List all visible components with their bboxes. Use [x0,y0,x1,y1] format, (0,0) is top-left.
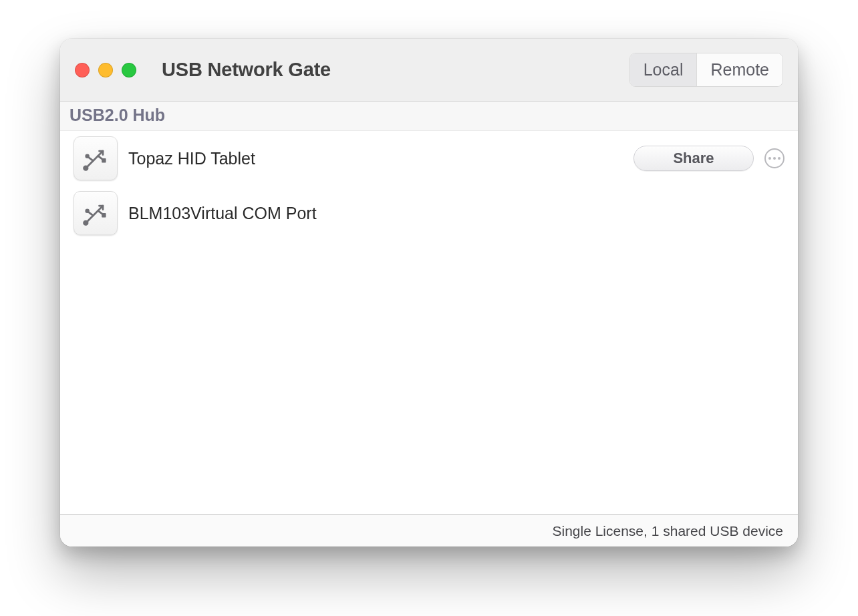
status-text: Single License, 1 shared USB device [552,523,783,539]
svg-rect-5 [102,213,106,217]
minimize-button[interactable] [98,63,113,78]
svg-point-0 [83,166,88,171]
svg-point-4 [85,209,89,213]
zoom-button[interactable] [122,63,136,78]
device-name: BLM103Virtual COM Port [128,204,317,223]
svg-point-1 [85,154,89,158]
share-button[interactable]: Share [633,146,754,171]
usb-icon [74,136,118,180]
section-header: USB2.0 Hub [60,102,798,131]
more-options-button[interactable] [764,148,784,168]
app-title: USB Network Gate [162,59,331,81]
traffic-lights [75,63,136,78]
tab-switcher: Local Remote [629,53,783,87]
close-button[interactable] [75,63,90,78]
usb-icon [74,191,118,235]
device-name: Topaz HID Tablet [128,149,255,168]
svg-rect-2 [102,158,106,162]
device-row[interactable]: Topaz HID Tablet Share [60,131,798,186]
tab-local[interactable]: Local [630,53,697,86]
app-window: USB Network Gate Local Remote USB2.0 Hub [60,39,798,547]
device-row[interactable]: BLM103Virtual COM Port [60,186,798,241]
ellipsis-icon [768,157,771,160]
titlebar: USB Network Gate Local Remote [60,39,798,102]
device-list: Topaz HID Tablet Share [60,131,798,514]
tab-remote[interactable]: Remote [696,53,782,86]
status-bar: Single License, 1 shared USB device [60,514,798,547]
svg-point-3 [83,220,88,226]
